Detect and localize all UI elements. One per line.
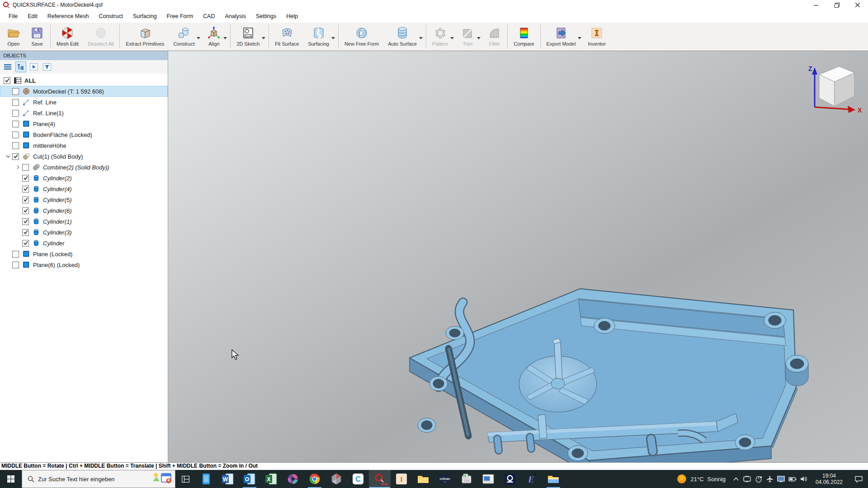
checkbox[interactable] xyxy=(12,110,19,117)
checkbox[interactable] xyxy=(12,153,19,160)
trim-button[interactable]: Trim xyxy=(456,23,482,51)
chevron-down-icon[interactable] xyxy=(223,37,227,39)
model-3d[interactable] xyxy=(168,51,868,462)
checkbox[interactable] xyxy=(4,77,10,84)
tray-tablet-mode-icon[interactable] xyxy=(741,470,753,488)
taskbar-app-outlook[interactable]: O xyxy=(239,470,260,488)
menu-item-help[interactable]: Help xyxy=(281,11,303,22)
checkbox[interactable] xyxy=(22,218,29,225)
taskbar-app-inventor[interactable]: I xyxy=(391,470,412,488)
tree-row[interactable]: Cylinder(1) xyxy=(0,216,168,227)
task-view-button[interactable] xyxy=(175,470,195,488)
tree-row[interactable]: Cylinder(6) xyxy=(0,205,168,216)
chevron-down-icon[interactable] xyxy=(4,155,12,158)
tray-chevron-up-icon[interactable] xyxy=(730,470,741,488)
menu-item-file[interactable]: File xyxy=(4,11,23,22)
2d-sketch-button[interactable]: 2D Sketch xyxy=(232,23,267,51)
menu-item-free-form[interactable]: Free Form xyxy=(162,11,198,22)
deselect-all-button[interactable]: Deselect All xyxy=(83,23,118,51)
menu-item-cad[interactable]: CAD xyxy=(198,11,220,22)
minimize-button[interactable] xyxy=(806,0,826,10)
viewport-3d[interactable]: Z X xyxy=(168,51,868,462)
export-model-button[interactable]: Export Model xyxy=(542,23,584,51)
chevron-down-icon[interactable] xyxy=(578,37,581,39)
tree-row[interactable]: Cylinder(3) xyxy=(0,227,168,238)
auto-surface-button[interactable]: Auto Surface xyxy=(383,23,425,51)
taskbar-app-printer-3d[interactable] xyxy=(456,470,477,488)
taskbar-app-camera[interactable] xyxy=(499,470,521,488)
tray-volume-icon[interactable] xyxy=(798,470,809,488)
tree-row[interactable]: Plane(6) (Locked) xyxy=(0,259,168,270)
chevron-down-icon[interactable] xyxy=(331,37,335,39)
taskbar-app-media-wheel[interactable] xyxy=(282,470,304,488)
tree-row[interactable]: Cylinder xyxy=(0,238,168,249)
taskbar-app-folder[interactable] xyxy=(412,470,434,488)
checkbox[interactable] xyxy=(22,240,29,247)
compare-button[interactable]: Compare xyxy=(509,23,538,51)
menu-item-edit[interactable]: Edit xyxy=(23,11,42,22)
tree-row[interactable]: Ref. Line xyxy=(0,97,168,108)
play-button[interactable] xyxy=(28,61,39,72)
tray-battery-icon[interactable] xyxy=(787,470,798,488)
tree-row[interactable]: mittlereHöhe xyxy=(0,140,168,151)
taskbar-app-chrome[interactable] xyxy=(304,470,326,488)
tree-row[interactable]: Cylinder(5) xyxy=(0,194,168,205)
tree-row[interactable]: ALL xyxy=(0,75,168,86)
menu-item-analysis[interactable]: Analysis xyxy=(220,11,251,22)
tree-row[interactable]: Cylinder(2) xyxy=(0,173,168,183)
checkbox[interactable] xyxy=(12,251,19,258)
taskbar-app-exscan[interactable]: exScanPro xyxy=(434,470,456,488)
taskbar-app-file-explorer[interactable] xyxy=(542,470,564,488)
chevron-down-icon[interactable] xyxy=(419,37,423,39)
chevron-down-icon[interactable] xyxy=(197,37,200,39)
inventor-button[interactable]: Inventor xyxy=(583,23,610,51)
extract-primitives-button[interactable]: Extract Primitives xyxy=(121,23,169,51)
taskbar-app-remote-window[interactable] xyxy=(477,470,499,488)
menu-item-reference-mesh[interactable]: Reference Mesh xyxy=(42,11,94,22)
fillet-button[interactable]: Fillet xyxy=(482,23,506,51)
checkbox[interactable] xyxy=(12,131,19,138)
taskbar-clock[interactable]: 19:04 04.06.2022 xyxy=(809,473,849,485)
checkbox[interactable] xyxy=(22,186,29,192)
fit-surface-button[interactable]: Fit Surface xyxy=(270,23,303,51)
align-button[interactable]: Align xyxy=(202,23,229,51)
new-free-form-button[interactable]: New Free Form xyxy=(340,23,383,51)
tray-display-icon[interactable] xyxy=(775,470,787,488)
checkbox[interactable] xyxy=(22,175,29,182)
tree-row[interactable]: BodenFläche (Locked) xyxy=(0,129,168,140)
checkbox[interactable] xyxy=(12,262,19,268)
checkbox[interactable] xyxy=(22,207,29,214)
surfacing-button[interactable]: Surfacing xyxy=(303,23,336,51)
tree-row-selected[interactable]: MotorDeckel (T: 1 592 608) xyxy=(0,86,168,97)
taskbar-app-cura[interactable]: C xyxy=(347,470,369,488)
weather-widget-icon[interactable] xyxy=(152,471,173,487)
checkbox[interactable] xyxy=(12,121,19,127)
checkbox[interactable] xyxy=(12,88,19,95)
taskbar-app-quicksurface[interactable]: 2022 xyxy=(369,470,391,488)
checkbox[interactable] xyxy=(12,142,19,149)
close-button[interactable] xyxy=(847,0,868,10)
search-input[interactable]: Zur Suche Text hier eingeben xyxy=(22,470,175,488)
list-view-button[interactable] xyxy=(2,61,13,72)
open-button[interactable]: Open xyxy=(2,23,25,51)
action-center-icon[interactable] xyxy=(849,470,868,488)
tray-airplane-mode-icon[interactable] xyxy=(764,470,775,488)
checkbox[interactable] xyxy=(12,99,19,106)
menu-item-settings[interactable]: Settings xyxy=(251,11,281,22)
chevron-down-icon[interactable] xyxy=(262,37,265,39)
chevron-down-icon[interactable] xyxy=(450,37,454,39)
save-button[interactable]: Save xyxy=(25,23,49,51)
tree-row[interactable]: Plane(4) xyxy=(0,118,168,129)
chevron-right-icon[interactable] xyxy=(14,165,22,169)
construct-button[interactable]: Construct xyxy=(169,23,202,51)
menu-item-construct[interactable]: Construct xyxy=(94,11,128,22)
tray-mouse-icon[interactable] xyxy=(753,470,764,488)
tree-row[interactable]: Plane (Locked) xyxy=(0,249,168,259)
chevron-down-icon[interactable] xyxy=(477,37,481,39)
filter-button[interactable] xyxy=(42,61,52,72)
taskbar-app-e-viewer[interactable]: E xyxy=(521,470,542,488)
weather-status[interactable]: 21°C Sonnig xyxy=(672,474,730,484)
tree-view-button[interactable] xyxy=(15,61,26,72)
menu-item-surfacing[interactable]: Surfacing xyxy=(128,11,162,22)
pattern-button[interactable]: Pattern xyxy=(428,23,456,51)
